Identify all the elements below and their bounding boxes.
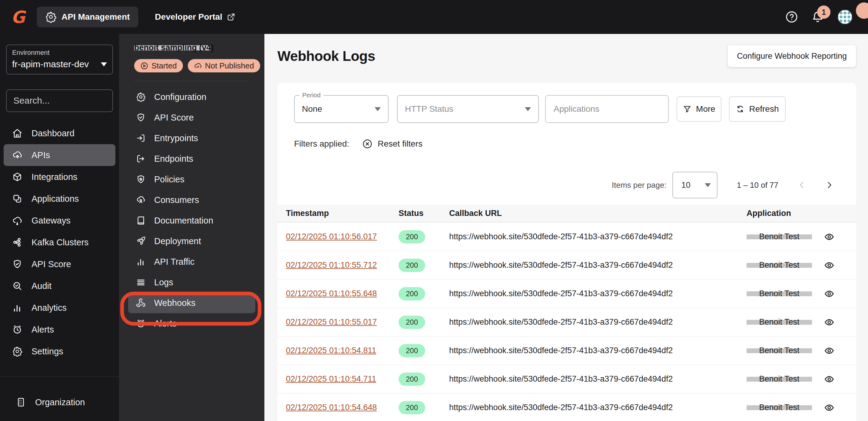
api-menu-endpoints[interactable]: Endpoints bbox=[128, 148, 255, 169]
sidebar-item-integrations[interactable]: Integrations bbox=[4, 166, 115, 188]
sidebar-item-applications[interactable]: Applications bbox=[4, 188, 115, 210]
search-check-icon bbox=[12, 281, 23, 291]
callback-url: https://webhook.site/530dfede-2f57-41b3-… bbox=[449, 289, 673, 298]
more-filters-button[interactable]: More bbox=[677, 96, 721, 122]
column-header-status: Status bbox=[399, 209, 449, 218]
alarm-clock-icon bbox=[12, 324, 23, 335]
redacted-application-name: Benoit Test bbox=[747, 318, 812, 327]
table-header: Timestamp Status Callback URL Applicatio… bbox=[277, 205, 856, 222]
app-switcher-label: API Management bbox=[61, 12, 130, 22]
cloud-person-icon bbox=[136, 195, 146, 205]
sidebar-search[interactable] bbox=[6, 89, 113, 112]
api-menu-api-traffic[interactable]: API Traffic bbox=[128, 251, 255, 272]
chevron-down-icon bbox=[375, 107, 381, 111]
eye-icon[interactable] bbox=[822, 374, 836, 384]
callback-url: https://webhook.site/530dfede-2f57-41b3-… bbox=[449, 403, 673, 412]
api-menu-label: API Traffic bbox=[154, 257, 194, 267]
environment-select[interactable]: Environment fr-apim-master-dev bbox=[6, 44, 113, 74]
api-menu-label: Policies bbox=[154, 175, 184, 184]
api-menu-documentation[interactable]: Documentation bbox=[128, 210, 255, 231]
api-menu-entrypoints[interactable]: Entrypoints bbox=[128, 128, 255, 148]
eye-icon[interactable] bbox=[822, 289, 836, 299]
http-status-placeholder: HTTP Status bbox=[405, 104, 525, 114]
applications-filter[interactable] bbox=[545, 95, 669, 123]
page-size-value: 10 bbox=[681, 181, 690, 190]
api-menu-logs[interactable]: Logs bbox=[128, 272, 255, 293]
timestamp-link[interactable]: 02/12/2025 01:10:54.711 bbox=[286, 374, 376, 384]
timestamp-link[interactable]: 02/12/2025 01:10:55.712 bbox=[286, 261, 377, 270]
main-sidebar: Environment fr-apim-master-dev Dashboard… bbox=[0, 34, 119, 421]
timestamp-link[interactable]: 02/12/2025 01:10:56.017 bbox=[286, 232, 377, 241]
api-menu-alerts[interactable]: Alerts bbox=[128, 313, 255, 334]
timestamp-link[interactable]: 02/12/2025 01:10:54.811 bbox=[286, 346, 376, 355]
api-menu-configuration[interactable]: Configuration bbox=[128, 87, 255, 107]
api-menu-label: Configuration bbox=[154, 92, 207, 102]
help-button[interactable] bbox=[785, 10, 798, 24]
sidebar-item-apis[interactable]: APIs bbox=[4, 144, 115, 166]
filters-applied-row: Filters applied: Reset filters bbox=[294, 136, 856, 151]
sidebar-item-organization[interactable]: Organization bbox=[4, 391, 115, 413]
eye-icon[interactable] bbox=[822, 345, 836, 356]
sidebar-item-settings[interactable]: Settings bbox=[4, 340, 115, 362]
sidebar-item-label: Gateways bbox=[31, 216, 70, 225]
eye-icon[interactable] bbox=[822, 317, 836, 327]
configure-webhook-reporting-button[interactable]: Configure Webhook Reporting bbox=[727, 45, 856, 67]
timestamp-link[interactable]: 02/12/2025 01:10:54.648 bbox=[286, 403, 377, 412]
http-status-select[interactable]: HTTP Status bbox=[397, 95, 539, 123]
api-menu-api-score[interactable]: API Score bbox=[128, 107, 255, 128]
callback-url: https://webhook.site/530dfede-2f57-41b3-… bbox=[449, 346, 673, 355]
eye-icon[interactable] bbox=[822, 232, 836, 242]
app-switcher-button[interactable]: API Management bbox=[37, 7, 138, 27]
avatar[interactable] bbox=[837, 9, 853, 25]
status-badge: 200 bbox=[399, 230, 425, 243]
status-badge-started: Started bbox=[134, 59, 183, 72]
sidebar-item-label: Integrations bbox=[31, 172, 78, 182]
next-page-button[interactable] bbox=[825, 181, 834, 189]
redacted-application-name: Benoit Test bbox=[747, 289, 812, 298]
top-bar: G API Management Developer Portal bbox=[0, 0, 868, 34]
api-menu-label: API Score bbox=[154, 113, 194, 123]
reset-filters-button[interactable]: Reset filters bbox=[362, 139, 423, 149]
sidebar-item-label: Settings bbox=[31, 347, 63, 357]
eye-icon[interactable] bbox=[822, 260, 836, 270]
api-menu-webhooks[interactable]: Webhooks bbox=[128, 293, 255, 313]
previous-page-button[interactable] bbox=[798, 181, 807, 189]
column-header-callback-url: Callback URL bbox=[449, 209, 747, 218]
shield-check-icon bbox=[136, 113, 146, 122]
api-menu-label: Alerts bbox=[154, 319, 177, 329]
chevron-down-icon bbox=[101, 62, 107, 66]
timestamp-link[interactable]: 02/12/2025 01:10:55.017 bbox=[286, 318, 377, 327]
api-menu-policies[interactable]: Policies bbox=[128, 169, 255, 189]
sidebar-item-gateways[interactable]: Gateways bbox=[4, 210, 115, 232]
sidebar-item-dashboard[interactable]: Dashboard bbox=[4, 122, 115, 144]
table-row: 02/12/2025 01:10:54.648 200 https://webh… bbox=[277, 393, 856, 421]
api-menu-consumers[interactable]: Consumers bbox=[128, 189, 255, 210]
reset-filters-label: Reset filters bbox=[378, 139, 423, 149]
callback-url: https://webhook.site/530dfede-2f57-41b3-… bbox=[449, 318, 673, 327]
sidebar-item-analytics[interactable]: Analytics bbox=[4, 297, 115, 319]
sidebar-item-kafka-clusters[interactable]: Kafka Clusters bbox=[4, 232, 115, 253]
webhook-logs-card: Period None HTTP Status More Refr bbox=[277, 83, 856, 421]
eye-icon[interactable] bbox=[822, 402, 836, 413]
status-badge: 200 bbox=[399, 344, 425, 357]
developer-portal-link[interactable]: Developer Portal bbox=[155, 12, 236, 22]
applications-input[interactable] bbox=[553, 104, 661, 114]
page-size-select[interactable]: 10 bbox=[672, 172, 717, 199]
period-label: Period bbox=[300, 91, 323, 99]
column-header-timestamp: Timestamp bbox=[277, 209, 399, 218]
sidebar-item-audit[interactable]: Audit bbox=[4, 275, 115, 297]
api-menu-deployment[interactable]: Deployment bbox=[128, 231, 255, 251]
gravitee-logo[interactable]: G bbox=[8, 7, 27, 27]
badge-label: Not Published bbox=[205, 61, 254, 70]
refresh-button[interactable]: Refresh bbox=[729, 96, 786, 122]
notifications-button[interactable]: 1 bbox=[811, 10, 825, 24]
sidebar-item-alerts[interactable]: Alerts bbox=[4, 319, 115, 340]
sidebar-item-api-score[interactable]: API Score bbox=[4, 253, 115, 275]
api-menu-label: Logs bbox=[154, 277, 173, 288]
timestamp-link[interactable]: 02/12/2025 01:10:55.648 bbox=[286, 289, 377, 298]
circle-x-icon bbox=[362, 139, 373, 149]
search-input[interactable] bbox=[13, 95, 131, 106]
chevron-down-icon bbox=[705, 183, 711, 187]
period-select[interactable]: Period None bbox=[294, 95, 389, 123]
top-bar-actions: 1 bbox=[785, 9, 853, 25]
